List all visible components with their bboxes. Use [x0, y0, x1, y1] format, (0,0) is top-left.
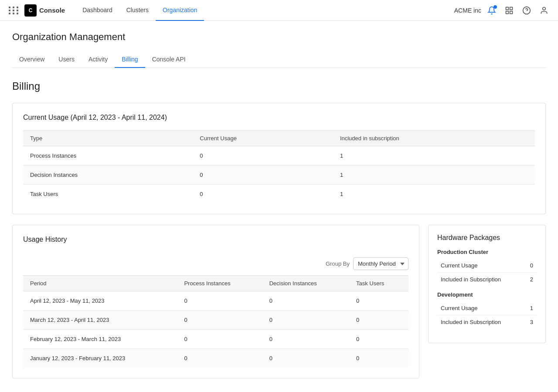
- uh-col-task: Task Users: [349, 276, 408, 291]
- current-usage-title: Current Usage (April 12, 2023 - April 11…: [23, 114, 535, 122]
- nav-right: ACME inc: [454, 3, 551, 17]
- uh-row-period: February 12, 2023 - March 11, 2023: [23, 330, 177, 349]
- usage-history-title: Usage History: [23, 236, 408, 243]
- uh-col-decision: Decision Instances: [262, 276, 349, 291]
- uh-row-period: March 12, 2023 - April 11, 2023: [23, 311, 177, 330]
- hw-row: Included in Subscription 3: [437, 315, 537, 329]
- tab-activity[interactable]: Activity: [82, 51, 115, 68]
- current-usage-table: Type Current Usage Included in subscript…: [23, 130, 535, 203]
- hw-section-1: Development Current Usage 1 Included in …: [437, 291, 537, 329]
- org-name: ACME inc: [454, 7, 481, 14]
- hw-row-value: 0: [530, 262, 533, 269]
- table-row: April 12, 2023 - May 11, 2023 0 0 0: [23, 291, 408, 311]
- svg-rect-1: [510, 7, 513, 10]
- uh-row-decision: 0: [262, 349, 349, 368]
- row-current-usage: 0: [193, 146, 333, 166]
- tab-users[interactable]: Users: [51, 51, 82, 68]
- table-row: March 12, 2023 - April 11, 2023 0 0 0: [23, 311, 408, 330]
- uh-row-process: 0: [177, 330, 262, 349]
- uh-col-period: Period: [23, 276, 177, 291]
- nav-link-dashboard[interactable]: Dashboard: [75, 0, 119, 21]
- svg-rect-2: [506, 11, 509, 14]
- uh-row-decision: 0: [262, 330, 349, 349]
- nav-link-organization[interactable]: Organization: [156, 0, 204, 21]
- table-row: Task Users 0 1: [23, 185, 535, 204]
- hw-section-0: Production Cluster Current Usage 0 Inclu…: [437, 249, 537, 286]
- billing-heading: Billing: [12, 80, 546, 92]
- usage-history-layout: Usage History Group By Monthly Period Pe…: [12, 225, 546, 389]
- tab-console-api[interactable]: Console API: [145, 51, 193, 68]
- user-avatar-icon[interactable]: [537, 3, 551, 17]
- row-current-usage: 0: [193, 166, 333, 185]
- nav-links: Dashboard Clusters Organization: [75, 0, 204, 21]
- grid-view-icon[interactable]: [502, 3, 516, 17]
- hw-row: Included in Subscription 2: [437, 273, 537, 286]
- top-nav: C Console Dashboard Clusters Organizatio…: [0, 0, 558, 21]
- notifications-icon[interactable]: [485, 3, 499, 17]
- uh-row-process: 0: [177, 291, 262, 311]
- uh-row-period: January 12, 2023 - February 11, 2023: [23, 349, 177, 368]
- usage-history-table: Period Process Instances Decision Instan…: [23, 275, 408, 368]
- page-tabs: Overview Users Activity Billing Console …: [12, 51, 546, 68]
- help-icon[interactable]: [520, 3, 534, 17]
- svg-rect-0: [506, 7, 509, 10]
- hw-row: Current Usage 0: [437, 259, 537, 273]
- table-row: January 12, 2023 - February 11, 2023 0 0…: [23, 349, 408, 368]
- hw-row: Current Usage 1: [437, 301, 537, 315]
- current-usage-card: Current Usage (April 12, 2023 - April 11…: [12, 103, 546, 214]
- row-type: Process Instances: [23, 146, 193, 166]
- hardware-packages-title: Hardware Packages: [437, 234, 537, 242]
- row-type: Decision Instances: [23, 166, 193, 185]
- uh-col-process: Process Instances: [177, 276, 262, 291]
- page-content: Organization Management Overview Users A…: [0, 21, 558, 392]
- group-by-row: Group By Monthly Period: [23, 252, 408, 275]
- usage-history-main: Usage History Group By Monthly Period Pe…: [12, 225, 419, 389]
- app-name: Console: [39, 7, 65, 14]
- logo-letter: C: [29, 7, 33, 14]
- col-included: Included in subscription: [333, 131, 535, 146]
- col-current-usage: Current Usage: [193, 131, 333, 146]
- uh-row-decision: 0: [262, 291, 349, 311]
- svg-rect-3: [510, 11, 513, 14]
- grid-menu-icon[interactable]: [7, 3, 21, 17]
- uh-row-process: 0: [177, 349, 262, 368]
- uh-row-task: 0: [349, 291, 408, 311]
- app-logo: C Console: [24, 4, 65, 17]
- row-included: 1: [333, 185, 535, 204]
- row-included: 1: [333, 166, 535, 185]
- uh-row-process: 0: [177, 311, 262, 330]
- usage-history-card: Usage History Group By Monthly Period Pe…: [12, 225, 419, 378]
- uh-row-period: April 12, 2023 - May 11, 2023: [23, 291, 177, 311]
- hw-row-label: Current Usage: [441, 262, 478, 269]
- page-title: Organization Management: [12, 31, 546, 43]
- uh-row-decision: 0: [262, 311, 349, 330]
- table-row: Decision Instances 0 1: [23, 166, 535, 185]
- hw-section-name: Production Cluster: [437, 249, 537, 255]
- hw-row-label: Current Usage: [441, 305, 478, 311]
- tab-overview[interactable]: Overview: [12, 51, 51, 68]
- hw-row-value: 2: [530, 276, 533, 283]
- row-type: Task Users: [23, 185, 193, 204]
- row-included: 1: [333, 146, 535, 166]
- hw-section-name: Development: [437, 291, 537, 298]
- hw-row-label: Included in Subscription: [441, 319, 501, 325]
- uh-row-task: 0: [349, 330, 408, 349]
- hw-row-label: Included in Subscription: [441, 276, 501, 283]
- row-current-usage: 0: [193, 185, 333, 204]
- uh-row-task: 0: [349, 349, 408, 368]
- svg-point-6: [543, 7, 546, 10]
- hw-row-value: 1: [530, 305, 533, 311]
- hardware-packages-sidebar: Hardware Packages Production Cluster Cur…: [428, 225, 546, 343]
- nav-link-clusters[interactable]: Clusters: [119, 0, 156, 21]
- group-by-label: Group By: [326, 260, 350, 267]
- tab-billing[interactable]: Billing: [115, 51, 145, 68]
- table-row: February 12, 2023 - March 11, 2023 0 0 0: [23, 330, 408, 349]
- hardware-packages-card: Hardware Packages Production Cluster Cur…: [428, 225, 546, 343]
- table-row: Process Instances 0 1: [23, 146, 535, 166]
- logo-box: C: [24, 4, 37, 17]
- col-type: Type: [23, 131, 193, 146]
- group-by-select[interactable]: Monthly Period: [353, 257, 408, 270]
- hw-row-value: 3: [530, 319, 533, 325]
- uh-row-task: 0: [349, 311, 408, 330]
